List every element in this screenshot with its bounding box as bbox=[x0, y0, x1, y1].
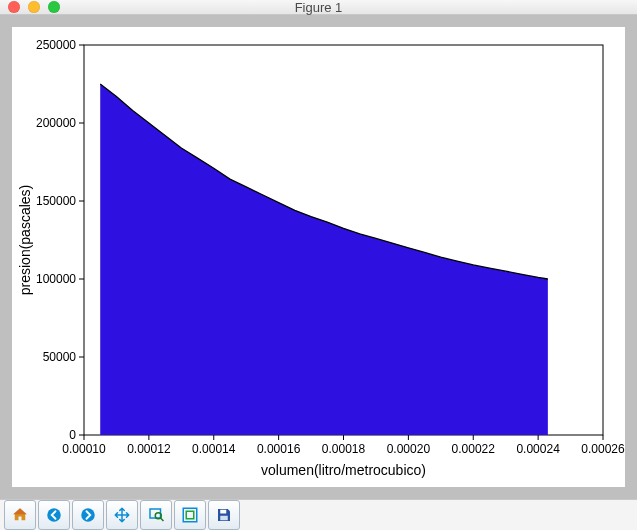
window-title: Figure 1 bbox=[0, 0, 637, 15]
forward-icon bbox=[79, 506, 97, 524]
x-tick-label: 0.00012 bbox=[127, 442, 171, 456]
svg-rect-23 bbox=[220, 510, 226, 514]
svg-point-17 bbox=[81, 508, 95, 522]
titlebar: Figure 1 bbox=[0, 0, 637, 15]
svg-line-20 bbox=[161, 518, 164, 521]
x-tick-label: 0.00024 bbox=[516, 442, 560, 456]
pan-button[interactable] bbox=[106, 500, 138, 530]
home-icon bbox=[11, 506, 29, 524]
y-axis-label: presion(pascales) bbox=[17, 185, 33, 296]
x-tick-label: 0.00018 bbox=[322, 442, 366, 456]
y-tick-label: 200000 bbox=[36, 116, 76, 130]
x-tick-label: 0.00010 bbox=[62, 442, 106, 456]
plot-svg: 0.000100.000120.000140.000160.000180.000… bbox=[12, 27, 625, 487]
x-tick-label: 0.00026 bbox=[581, 442, 625, 456]
x-tick-label: 0.00016 bbox=[257, 442, 301, 456]
pan-icon bbox=[113, 506, 131, 524]
save-icon bbox=[215, 506, 233, 524]
y-tick-label: 0 bbox=[69, 428, 76, 442]
y-tick-label: 250000 bbox=[36, 38, 76, 52]
svg-rect-21 bbox=[183, 508, 197, 522]
plot-box: 0.000100.000120.000140.000160.000180.000… bbox=[12, 27, 625, 487]
svg-rect-24 bbox=[220, 516, 228, 521]
figure-canvas-area: 0.000100.000120.000140.000160.000180.000… bbox=[0, 15, 637, 499]
x-axis-label: volumen(litro/metrocubico) bbox=[261, 462, 426, 478]
y-tick-label: 150000 bbox=[36, 194, 76, 208]
back-icon bbox=[45, 506, 63, 524]
y-tick-label: 50000 bbox=[43, 350, 77, 364]
home-button[interactable] bbox=[4, 500, 36, 530]
zoom-button[interactable] bbox=[140, 500, 172, 530]
y-tick-label: 100000 bbox=[36, 272, 76, 286]
x-tick-label: 0.00020 bbox=[387, 442, 431, 456]
forward-button[interactable] bbox=[72, 500, 104, 530]
zoom-icon bbox=[147, 506, 165, 524]
nav-toolbar bbox=[0, 499, 637, 530]
save-button[interactable] bbox=[208, 500, 240, 530]
back-button[interactable] bbox=[38, 500, 70, 530]
svg-rect-22 bbox=[186, 511, 194, 519]
x-tick-label: 0.00014 bbox=[192, 442, 236, 456]
x-tick-label: 0.00022 bbox=[452, 442, 496, 456]
subplots-icon bbox=[181, 506, 199, 524]
svg-point-16 bbox=[47, 508, 61, 522]
subplots-button[interactable] bbox=[174, 500, 206, 530]
